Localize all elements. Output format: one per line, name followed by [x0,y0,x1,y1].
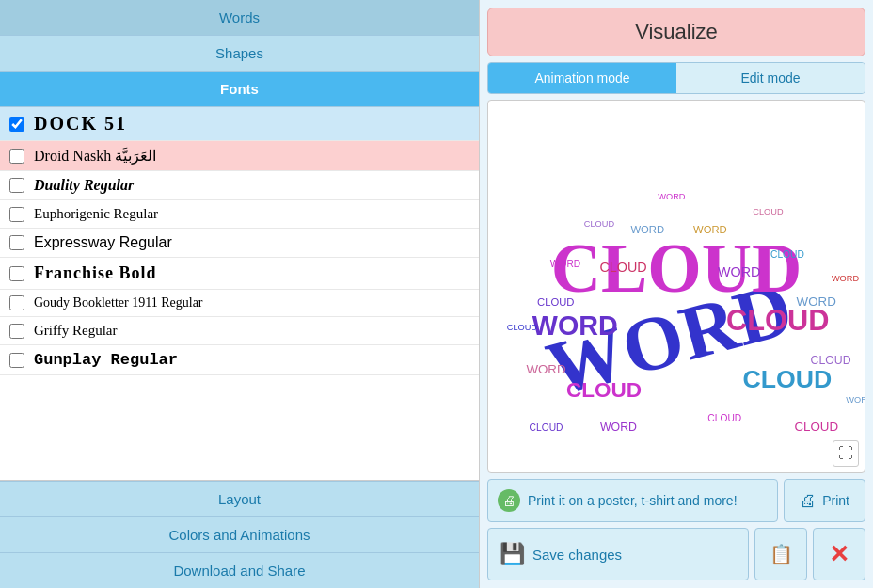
font-name-label: Griffy Regular [34,323,117,339]
font-name-label: Droid Naskh العَرَبيَّة [34,147,156,165]
svg-text:CLOUD: CLOUD [507,323,538,332]
nav-fonts-button[interactable]: Fonts [0,72,479,107]
svg-text:CLOUD: CLOUD [753,207,784,216]
nav-layout-button[interactable]: Layout [0,481,479,516]
font-checkbox[interactable] [9,117,24,132]
font-checkbox[interactable] [9,235,24,250]
svg-text:WORD: WORD [600,421,637,434]
font-checkbox[interactable] [9,353,24,368]
svg-text:WORD: WORD [526,362,565,376]
action-row: 💾 Save changes 📋 ✕ [487,528,865,580]
svg-text:WORD: WORD [630,224,664,235]
font-checkbox[interactable] [9,295,24,310]
delete-button[interactable]: ✕ [813,528,865,580]
svg-text:WORD: WORD [718,264,760,279]
svg-text:CLOUD: CLOUD [584,219,615,229]
font-checkbox[interactable] [9,149,24,164]
nav-words-button[interactable]: Words [0,0,479,36]
delete-icon: ✕ [829,542,849,566]
font-list-item[interactable]: DOCK 51 [0,107,479,141]
font-list-item[interactable]: Griffy Regular [0,317,479,345]
font-name-label: Duality Regular [34,177,134,194]
bottom-buttons: Layout Colors and Animations Download an… [0,481,479,588]
svg-text:CLOUD: CLOUD [794,420,838,434]
svg-text:WORD: WORD [532,310,618,341]
mode-buttons: Animation mode Edit mode [487,62,865,94]
font-name-label: Euphorigenic Regular [34,206,158,222]
nav-shapes-button[interactable]: Shapes [0,36,479,72]
font-list-item[interactable]: Expressway Regular [0,229,479,258]
nav-download-button[interactable]: Download and Share [0,552,479,588]
svg-text:WORD: WORD [550,259,580,269]
svg-text:CLOUD: CLOUD [537,296,574,308]
font-checkbox[interactable] [9,207,24,222]
fonts-list: DOCK 51Droid Naskh العَرَبيَّةDuality Re… [0,107,479,480]
font-name-label: Expressway Regular [34,234,172,251]
fullscreen-button[interactable]: ⛶ [833,440,859,467]
visualize-title: Visualize [487,8,865,56]
poster-icon: 🖨 [498,489,520,512]
font-list-item[interactable]: Duality Regular [0,171,479,200]
font-name-label: Gunplay Regular [34,351,178,369]
svg-text:WORD: WORD [846,395,865,405]
font-name-label: Goudy Bookletter 1911 Regular [34,295,203,310]
svg-text:CLOUD: CLOUD [530,422,563,433]
font-list-item[interactable]: Euphorigenic Regular [0,200,479,229]
print-label: Print [822,493,849,508]
nav-colors-button[interactable]: Colors and Animations [0,516,479,552]
svg-text:WORD: WORD [658,192,686,201]
font-checkbox[interactable] [9,178,24,193]
floppy-disk-icon: 💾 [500,542,525,566]
font-list-item[interactable]: Gunplay Regular [0,345,479,375]
svg-text:CLOUD: CLOUD [811,354,851,367]
svg-text:CLOUD: CLOUD [566,378,642,402]
font-name-label: Franchise Bold [34,263,157,283]
word-cloud-svg: WORD CLOUD WORD CLOUD CLOUD CLOUD WORD C… [488,101,865,472]
copy-icon: 📋 [770,543,793,565]
svg-text:CLOUD: CLOUD [551,230,802,307]
save-changes-label: Save changes [532,547,622,563]
svg-text:WORD: WORD [693,224,727,235]
left-panel: Words Shapes Fonts DOCK 51Droid Naskh ال… [0,0,480,588]
font-checkbox[interactable] [9,324,24,339]
svg-text:CLOUD: CLOUD [770,249,804,260]
print-poster-button[interactable]: 🖨 Print it on a poster, t-shirt and more… [487,479,778,522]
svg-text:CLOUD: CLOUD [743,365,833,393]
svg-text:CLOUD: CLOUD [599,260,646,275]
font-name-label: DOCK 51 [34,113,127,135]
svg-text:WORD: WORD [797,294,836,309]
font-list-item[interactable]: Franchise Bold [0,258,479,290]
edit-mode-button[interactable]: Edit mode [676,63,865,93]
fonts-list-container: DOCK 51Droid Naskh العَرَبيَّةDuality Re… [0,107,479,481]
word-cloud-area: WORD CLOUD WORD CLOUD CLOUD CLOUD WORD C… [487,100,865,473]
font-list-item[interactable]: Droid Naskh العَرَبيَّة [0,141,479,171]
printer-icon: 🖨 [800,491,817,511]
fullscreen-icon: ⛶ [838,445,853,462]
right-panel: Visualize Animation mode Edit mode WORD … [480,0,873,588]
print-button[interactable]: 🖨 Print [784,479,865,522]
svg-text:WORD: WORD [832,274,860,283]
font-checkbox[interactable] [9,266,24,281]
save-button[interactable]: 💾 Save changes [487,528,749,580]
print-poster-label: Print it on a poster, t-shirt and more! [528,493,738,508]
svg-text:CLOUD: CLOUD [707,413,741,423]
animation-mode-button[interactable]: Animation mode [488,63,676,93]
font-list-item[interactable]: Goudy Bookletter 1911 Regular [0,290,479,317]
copy-button[interactable]: 📋 [754,528,807,580]
print-row: 🖨 Print it on a poster, t-shirt and more… [487,479,865,522]
